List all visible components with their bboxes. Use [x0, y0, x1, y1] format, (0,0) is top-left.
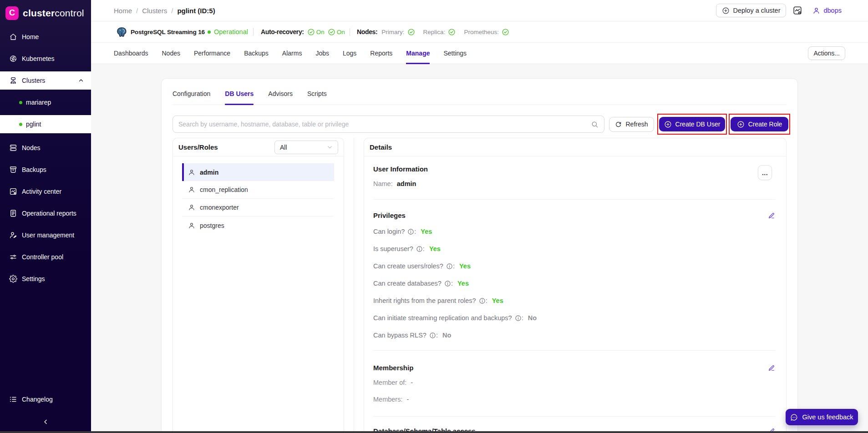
sidebar: C clustercontrol Home Kubernetes: [0, 0, 91, 431]
tab-advisors[interactable]: Advisors: [268, 89, 293, 105]
sidebar-item-mariarep[interactable]: mariarep: [0, 91, 91, 113]
search-icon[interactable]: [591, 121, 599, 128]
privilege-row: Can create databases? Yes: [373, 279, 775, 288]
check-circle-icon: [307, 28, 315, 36]
manage-card: Configuration DB Users Advisors Scripts …: [161, 78, 798, 433]
node-status-primary: Primary:: [381, 28, 415, 36]
sidebar-item-backups[interactable]: Backups: [0, 159, 91, 181]
user-row-admin[interactable]: admin: [182, 163, 334, 181]
search-input[interactable]: [178, 121, 591, 128]
colon: [436, 331, 438, 340]
tab-nodes[interactable]: Nodes: [162, 43, 180, 64]
refresh-button[interactable]: Refresh: [609, 117, 654, 132]
user-icon: [188, 222, 195, 229]
member-of-row: Member of: -: [373, 378, 775, 387]
user-row-cmonexporter[interactable]: cmonexporter: [182, 199, 334, 216]
privilege-row: Can bypass RLS? No: [373, 331, 775, 340]
tab-performance[interactable]: Performance: [194, 43, 230, 64]
create-db-user-button[interactable]: Create DB User: [659, 117, 725, 131]
nodes-label: Nodes:: [357, 28, 377, 35]
membership-title: Membership: [373, 364, 413, 372]
backups-icon: [9, 166, 17, 174]
section-divider: [373, 416, 775, 417]
sidebar-item-operational-reports[interactable]: Operational reports: [0, 202, 91, 224]
user-menu[interactable]: dbops: [812, 7, 842, 15]
controller-pool-icon: [9, 253, 17, 261]
sidebar-item-home[interactable]: Home: [0, 26, 91, 48]
colon: [486, 296, 487, 305]
tab-backups[interactable]: Backups: [244, 43, 269, 64]
info-circle-icon[interactable]: [407, 228, 414, 235]
breadcrumb-home[interactable]: Home: [114, 7, 132, 15]
changelog-icon: [9, 395, 17, 403]
colon: [451, 279, 453, 288]
content-area: Configuration DB Users Advisors Scripts …: [91, 64, 868, 433]
tab-manage[interactable]: Manage: [406, 43, 430, 64]
tab-scripts[interactable]: Scripts: [307, 89, 327, 105]
user-row-cmon-replication[interactable]: cmon_replication: [182, 181, 334, 199]
taskbar-edge: [0, 431, 868, 433]
topbar: Home Clusters pglint (ID:5) Deploy a clu…: [91, 0, 868, 21]
cluster-status-dot: [19, 123, 22, 126]
info-circle-icon[interactable]: [446, 263, 453, 270]
privilege-row: Can create users/roles? Yes: [373, 262, 775, 271]
kubernetes-icon: [9, 55, 17, 63]
brand-wordmark: clustercontrol: [23, 8, 84, 19]
nodes-icon: [9, 144, 17, 152]
membership-header: Membership: [373, 364, 775, 372]
check-circle-icon: [407, 28, 415, 36]
sidebar-collapse-button[interactable]: [0, 413, 91, 430]
tab-jobs[interactable]: Jobs: [315, 43, 329, 64]
annotation-box-create-db-user: Create DB User: [657, 114, 727, 135]
info-circle-icon[interactable]: [416, 246, 423, 252]
more-actions-button[interactable]: ...: [758, 165, 772, 180]
details-body: User Information ... Name: admin Privile…: [364, 156, 786, 433]
deploy-cluster-button[interactable]: Deploy a cluster: [716, 4, 787, 17]
user-icon: [188, 204, 195, 211]
sidebar-item-controller-pool[interactable]: Controller pool: [0, 246, 91, 268]
sidebar-nav: Home Kubernetes Clusters: [0, 26, 91, 290]
plus-circle-icon: [722, 7, 730, 15]
info-circle-icon[interactable]: [479, 297, 486, 304]
check-circle-icon: [448, 28, 456, 36]
sidebar-item-clusters[interactable]: Clusters: [0, 70, 91, 91]
search-box: [173, 116, 604, 133]
info-circle-icon[interactable]: [444, 280, 451, 287]
tab-dashboards[interactable]: Dashboards: [114, 43, 148, 64]
info-circle-icon[interactable]: [515, 315, 522, 322]
brand-logo[interactable]: C clustercontrol: [0, 0, 91, 26]
users-filter-select[interactable]: All: [274, 141, 338, 154]
tab-reports[interactable]: Reports: [370, 43, 392, 64]
privilege-row: Can login? Yes: [373, 227, 775, 236]
card-tabs: Configuration DB Users Advisors Scripts: [173, 79, 787, 105]
sidebar-item-changelog[interactable]: Changelog: [0, 388, 91, 410]
settings-gear-icon: [9, 275, 17, 283]
sidebar-item-settings[interactable]: Settings: [0, 268, 91, 290]
edit-membership-icon[interactable]: [768, 364, 775, 372]
breadcrumb-clusters[interactable]: Clusters: [142, 7, 167, 15]
create-role-button[interactable]: Create Role: [731, 117, 788, 131]
user-row-postgres[interactable]: postgres: [182, 216, 334, 234]
sidebar-item-nodes[interactable]: Nodes: [0, 137, 91, 159]
tab-configuration[interactable]: Configuration: [173, 89, 210, 105]
feedback-button[interactable]: Give us feedback: [786, 409, 858, 425]
sidebar-item-kubernetes[interactable]: Kubernetes: [0, 48, 91, 70]
tab-settings[interactable]: Settings: [443, 43, 467, 64]
sidebar-item-pglint[interactable]: pglint: [0, 113, 91, 135]
info-circle-icon[interactable]: [429, 332, 436, 339]
sidebar-item-activity-center[interactable]: Activity center: [0, 181, 91, 202]
sidebar-item-user-management[interactable]: User management: [0, 224, 91, 246]
breadcrumb-separator: [171, 7, 173, 15]
cluster-status: Operational: [214, 28, 248, 35]
node-status-prometheus: Prometheus:: [464, 28, 509, 36]
tab-logs[interactable]: Logs: [343, 43, 356, 64]
tab-db-users[interactable]: DB Users: [225, 89, 254, 105]
users-roles-panel: Users/Roles All a: [173, 138, 344, 433]
actions-button[interactable]: Actions...: [808, 46, 845, 60]
cluster-title: PostgreSQL Streaming 16: [131, 29, 205, 35]
edit-privileges-icon[interactable]: [768, 212, 775, 219]
monitoring-icon[interactable]: [792, 5, 802, 15]
tab-alarms[interactable]: Alarms: [282, 43, 302, 64]
breadcrumb-current: pglint (ID:5): [177, 7, 215, 15]
privilege-row: Inherit rights from the parent roles? Ye…: [373, 296, 775, 305]
